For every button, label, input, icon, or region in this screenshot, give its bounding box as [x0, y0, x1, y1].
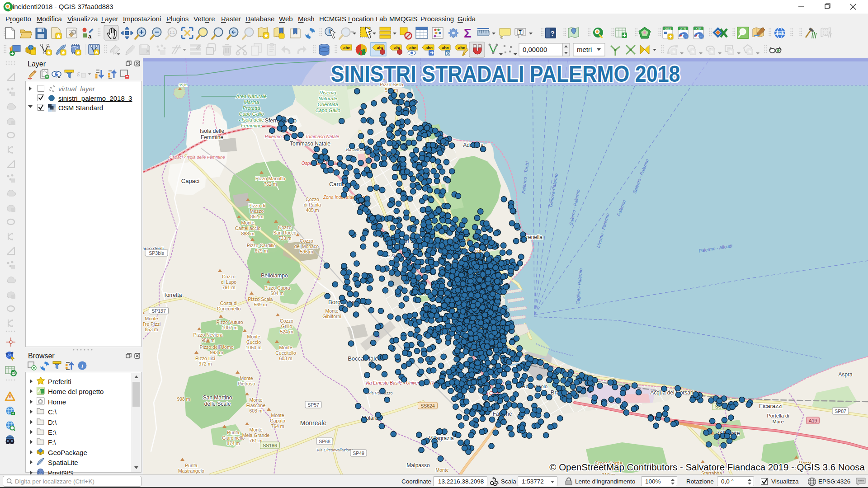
svg-text:Costa di: Costa di	[220, 300, 238, 306]
svg-text:Caputo: Caputo	[270, 418, 285, 423]
svg-text:Castellaccio: Castellaccio	[235, 225, 261, 231]
svg-text:Aspra: Aspra	[838, 371, 853, 378]
svg-text:596 m: 596 m	[300, 249, 313, 254]
svg-text:Giardinello: Giardinello	[222, 435, 245, 441]
svg-text:Capo Gallo: Capo Gallo	[315, 108, 340, 113]
svg-text:1007 m: 1007 m	[222, 325, 237, 330]
svg-text:Pizzo Cardillo: Pizzo Cardillo	[247, 243, 276, 248]
svg-text:Riserva: Riserva	[319, 90, 336, 95]
svg-text:SP87: SP87	[835, 408, 846, 414]
svg-text:www: www	[775, 31, 784, 35]
svg-text:1:1: 1:1	[170, 30, 175, 35]
svg-text:Cozzo: Cozzo	[306, 197, 319, 202]
svg-text:Monte: Monte	[249, 397, 262, 403]
svg-text:Pizzo Manolfo: Pizzo Manolfo	[255, 176, 285, 181]
svg-text:Marina: Marina	[244, 99, 259, 105]
svg-text:di Lupo: di Lupo	[221, 279, 237, 285]
svg-text:Monte: Monte	[241, 220, 254, 225]
svg-text:Σ: Σ	[464, 26, 472, 40]
svg-text:764 m: 764 m	[271, 423, 284, 429]
svg-text:679 m: 679 m	[255, 248, 268, 253]
svg-text:i: i	[328, 28, 330, 35]
svg-text:Monte: Monte	[240, 375, 253, 381]
svg-text:Ficarazzi: Ficarazzi	[759, 403, 783, 409]
svg-text:Monte: Monte	[249, 427, 262, 432]
svg-text:791 m: 791 m	[222, 285, 235, 290]
svg-text:Monte: Monte	[145, 316, 158, 321]
svg-text:→: →	[684, 34, 688, 38]
svg-text:del Monaco: del Monaco	[294, 244, 319, 249]
svg-text:569 m: 569 m	[254, 302, 267, 307]
svg-text:733 m: 733 m	[278, 235, 291, 241]
svg-text:Malpasso: Malpasso	[406, 462, 430, 469]
svg-text:Capaci: Capaci	[181, 178, 200, 184]
svg-text:SP68: SP68	[319, 439, 330, 444]
svg-text:San Martino: San Martino	[203, 394, 232, 401]
svg-text:delle Scale: delle Scale	[204, 401, 231, 407]
svg-text:0,00000: 0,00000	[523, 46, 547, 53]
svg-text:i: i	[81, 362, 83, 369]
svg-text:Romagnolo: Romagnolo	[522, 384, 547, 389]
svg-text:Mela Grande: Mela Grande	[242, 432, 270, 438]
svg-text:Monreale: Monreale	[300, 419, 327, 427]
svg-text:XTR: XTR	[696, 27, 702, 30]
svg-text:Pizzo Neviera: Pizzo Neviera	[193, 332, 223, 338]
svg-text:abc: abc	[409, 46, 416, 50]
svg-text:Mare: Mare	[772, 419, 783, 424]
svg-text:1050 m: 1050 m	[245, 345, 261, 350]
svg-text:603 m: 603 m	[249, 408, 262, 413]
svg-text:di Paola: di Paola	[304, 202, 321, 207]
svg-text:Femmine: Femmine	[201, 134, 223, 141]
svg-text:abc: abc	[442, 46, 449, 50]
svg-text:Pizzo di: Pizzo di	[249, 203, 265, 208]
svg-text:San Rocco: San Rocco	[273, 230, 297, 235]
svg-text:- Isola delle: - Isola delle	[239, 117, 264, 122]
svg-text:A19: A19	[809, 418, 817, 423]
svg-text:Orientata: Orientata	[317, 102, 338, 107]
svg-text:405 m: 405 m	[306, 207, 319, 213]
svg-text:Via Circonvallazione: Via Circonvallazione	[316, 448, 353, 452]
svg-text:874 m: 874 m	[226, 441, 240, 446]
svg-text:852 m: 852 m	[250, 214, 263, 219]
svg-text:↔: ↔	[699, 34, 703, 38]
svg-text:35 m: 35 m	[179, 83, 188, 87]
svg-text:SP137: SP137	[151, 308, 166, 314]
svg-text:Capaci - Isola delle Femmine: Capaci - Isola delle Femmine	[169, 155, 225, 160]
svg-text:Monte: Monte	[271, 413, 284, 418]
svg-text:XTR: XTR	[680, 27, 686, 30]
svg-text:998 m: 998 m	[177, 396, 190, 402]
svg-text:SS186: SS186	[263, 443, 277, 448]
svg-text:603 m: 603 m	[279, 356, 292, 361]
svg-text:Cozzo: Cozzo	[300, 238, 313, 244]
svg-text:Cozzo: Cozzo	[222, 274, 236, 279]
svg-text:Cuncunello: Cuncunello	[217, 306, 241, 311]
svg-text:Cuccitello: Cuccitello	[275, 350, 296, 356]
svg-text:T: T	[519, 30, 521, 35]
svg-text:ab: ab	[377, 46, 382, 50]
svg-text:QG3: QG3	[665, 27, 671, 31]
svg-text:Grillo: Grillo	[281, 324, 292, 329]
svg-text:888 m: 888 m	[241, 231, 254, 236]
svg-text:?: ?	[550, 29, 554, 37]
svg-text:Cuccio: Cuccio	[246, 339, 261, 345]
svg-text:SS624: SS624	[420, 403, 435, 408]
svg-text:Pietroso: Pietroso	[238, 381, 255, 386]
svg-text:Fiascone: Fiascone	[246, 403, 266, 408]
svg-text:Monte: Monte	[435, 467, 448, 473]
svg-text:Cozzo: Cozzo	[280, 318, 293, 324]
svg-text:Femmine: Femmine	[241, 123, 262, 128]
svg-text:Cozzo: Cozzo	[278, 225, 292, 230]
svg-text:762 m: 762 m	[264, 181, 277, 187]
svg-text:Gibilforni: Gibilforni	[322, 314, 341, 319]
svg-text:ab: ab	[394, 46, 399, 50]
svg-text:Protetta: Protetta	[243, 105, 260, 111]
svg-text:abc: abc	[425, 46, 433, 50]
svg-text:524 m: 524 m	[280, 329, 293, 334]
svg-text:Monte: Monte	[247, 334, 260, 339]
svg-text:ε: ε	[77, 70, 80, 78]
svg-text:SP3bis: SP3bis	[149, 250, 164, 256]
svg-text:853 m: 853 m	[145, 327, 158, 332]
svg-text:SP49: SP49	[353, 450, 364, 456]
svg-text:Mastrangelo: Mastrangelo	[178, 468, 204, 474]
svg-text:metri: metri	[577, 46, 592, 53]
